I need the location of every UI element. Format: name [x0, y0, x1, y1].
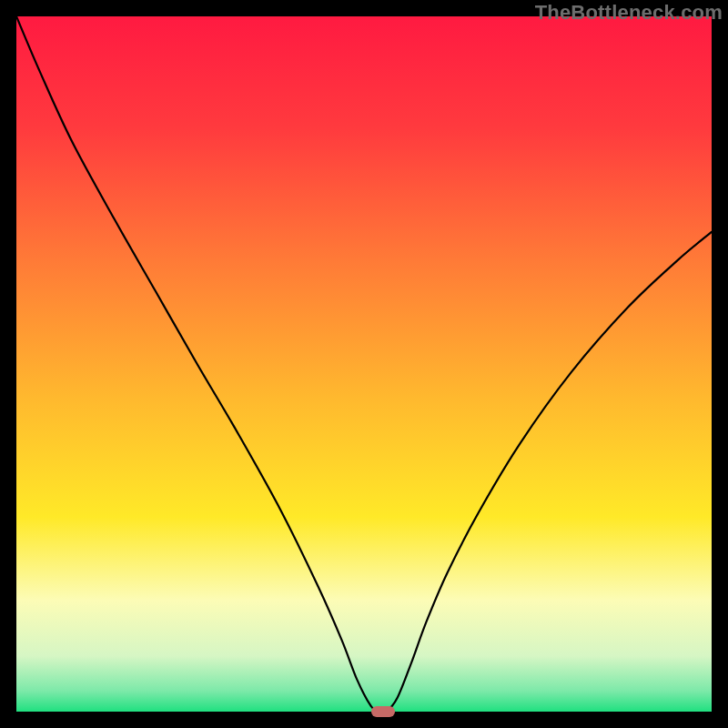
plot-area	[16, 16, 712, 712]
bottleneck-curve	[16, 16, 712, 712]
minimum-marker	[371, 706, 395, 717]
chart-frame: TheBottleneck.com	[0, 0, 728, 728]
curve-layer	[16, 16, 712, 712]
watermark: TheBottleneck.com	[535, 1, 723, 25]
